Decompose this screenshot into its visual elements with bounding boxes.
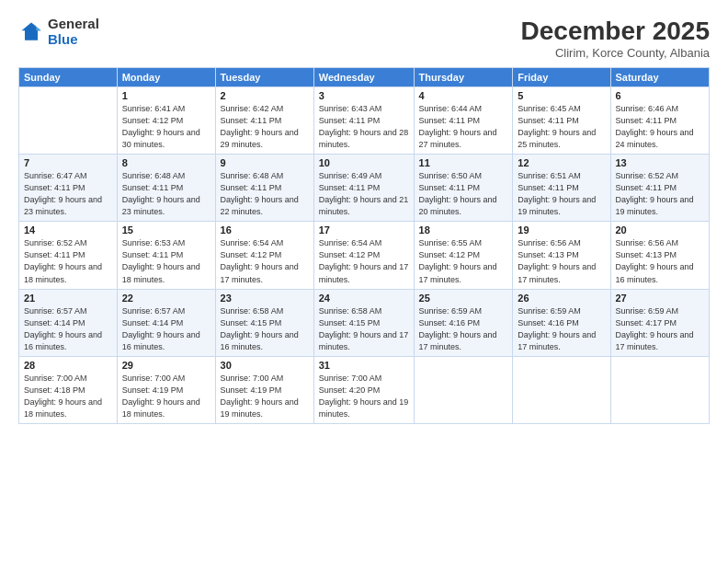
daylight-text: Daylight: 9 hours and 17 minutes.	[518, 261, 605, 285]
logo-general: General	[48, 17, 99, 32]
svg-marker-0	[22, 22, 41, 40]
table-row: 4Sunrise: 6:44 AMSunset: 4:11 PMDaylight…	[414, 87, 513, 155]
table-row: 27Sunrise: 6:59 AMSunset: 4:17 PMDayligh…	[610, 289, 710, 356]
day-number: 8	[122, 157, 210, 168]
table-row: 25Sunrise: 6:59 AMSunset: 4:16 PMDayligh…	[414, 289, 513, 356]
day-number: 2	[221, 90, 309, 101]
sunset-text: Sunset: 4:11 PM	[24, 182, 112, 194]
table-row: 15Sunrise: 6:53 AMSunset: 4:11 PMDayligh…	[117, 222, 215, 289]
daylight-text: Daylight: 9 hours and 19 minutes.	[616, 194, 705, 218]
table-row: 23Sunrise: 6:58 AMSunset: 4:15 PMDayligh…	[215, 289, 313, 356]
sunrise-text: Sunrise: 6:57 AM	[24, 305, 112, 317]
sunrise-text: Sunrise: 6:56 AM	[616, 237, 705, 249]
table-row: 6Sunrise: 6:46 AMSunset: 4:11 PMDaylight…	[610, 87, 710, 155]
table-row: 8Sunrise: 6:48 AMSunset: 4:11 PMDaylight…	[117, 155, 215, 222]
day-number: 18	[419, 224, 508, 236]
daylight-text: Daylight: 9 hours and 17 minutes.	[419, 261, 508, 285]
table-row: 28Sunrise: 7:00 AMSunset: 4:18 PMDayligh…	[19, 356, 118, 423]
daylight-text: Daylight: 9 hours and 28 minutes.	[319, 127, 409, 151]
sunset-text: Sunset: 4:13 PM	[616, 249, 705, 261]
day-number: 14	[24, 224, 112, 236]
table-row: 9Sunrise: 6:48 AMSunset: 4:11 PMDaylight…	[215, 155, 313, 222]
sunset-text: Sunset: 4:11 PM	[616, 115, 705, 127]
sunset-text: Sunset: 4:13 PM	[518, 249, 605, 261]
day-number: 16	[221, 224, 309, 236]
logo-icon	[18, 19, 44, 45]
day-number: 15	[122, 224, 210, 236]
daylight-text: Daylight: 9 hours and 18 minutes.	[122, 261, 210, 285]
day-detail: Sunrise: 6:51 AMSunset: 4:11 PMDaylight:…	[518, 170, 605, 218]
day-number: 27	[616, 293, 705, 304]
table-row: 7Sunrise: 6:47 AMSunset: 4:11 PMDaylight…	[19, 155, 118, 222]
day-detail: Sunrise: 6:50 AMSunset: 4:11 PMDaylight:…	[419, 170, 508, 218]
table-row: 30Sunrise: 7:00 AMSunset: 4:19 PMDayligh…	[215, 356, 313, 423]
sunset-text: Sunset: 4:11 PM	[122, 182, 210, 194]
day-number: 20	[616, 224, 705, 236]
day-detail: Sunrise: 6:42 AMSunset: 4:11 PMDaylight:…	[221, 103, 309, 151]
sunset-text: Sunset: 4:19 PM	[122, 385, 210, 396]
daylight-text: Daylight: 9 hours and 20 minutes.	[419, 194, 508, 218]
sunrise-text: Sunrise: 6:59 AM	[518, 305, 605, 317]
day-number: 4	[419, 90, 508, 101]
day-detail: Sunrise: 6:58 AMSunset: 4:15 PMDaylight:…	[319, 305, 409, 353]
daylight-text: Daylight: 9 hours and 18 minutes.	[122, 396, 210, 420]
daylight-text: Daylight: 9 hours and 19 minutes.	[319, 396, 409, 420]
table-row	[513, 356, 610, 423]
sunset-text: Sunset: 4:11 PM	[122, 249, 210, 261]
sunrise-text: Sunrise: 7:00 AM	[24, 373, 112, 385]
table-row: 17Sunrise: 6:54 AMSunset: 4:12 PMDayligh…	[313, 222, 414, 289]
col-thursday: Thursday	[414, 68, 513, 87]
day-detail: Sunrise: 6:57 AMSunset: 4:14 PMDaylight:…	[122, 305, 210, 353]
sunrise-text: Sunrise: 6:42 AM	[221, 103, 309, 115]
sunrise-text: Sunrise: 6:58 AM	[319, 305, 409, 317]
sunrise-text: Sunrise: 7:00 AM	[221, 373, 309, 385]
sunset-text: Sunset: 4:11 PM	[616, 182, 705, 194]
sunset-text: Sunset: 4:12 PM	[419, 249, 508, 261]
sunrise-text: Sunrise: 6:47 AM	[24, 170, 112, 182]
table-row: 22Sunrise: 6:57 AMSunset: 4:14 PMDayligh…	[117, 289, 215, 356]
daylight-text: Daylight: 9 hours and 17 minutes.	[419, 329, 508, 353]
table-row	[610, 356, 710, 423]
day-number: 7	[24, 157, 112, 168]
day-detail: Sunrise: 7:00 AMSunset: 4:19 PMDaylight:…	[122, 373, 210, 420]
day-detail: Sunrise: 6:41 AMSunset: 4:12 PMDaylight:…	[122, 103, 210, 151]
day-detail: Sunrise: 6:48 AMSunset: 4:11 PMDaylight:…	[122, 170, 210, 218]
daylight-text: Daylight: 9 hours and 16 minutes.	[616, 261, 705, 285]
sunrise-text: Sunrise: 6:43 AM	[319, 103, 409, 115]
calendar-table: Sunday Monday Tuesday Wednesday Thursday…	[18, 67, 710, 424]
sunset-text: Sunset: 4:11 PM	[24, 249, 112, 261]
sunset-text: Sunset: 4:12 PM	[122, 115, 210, 127]
day-number: 29	[122, 360, 210, 371]
daylight-text: Daylight: 9 hours and 17 minutes.	[319, 329, 409, 353]
day-detail: Sunrise: 6:58 AMSunset: 4:15 PMDaylight:…	[221, 305, 309, 353]
table-row: 31Sunrise: 7:00 AMSunset: 4:20 PMDayligh…	[313, 356, 414, 423]
month-title: December 2025	[521, 17, 710, 46]
sunrise-text: Sunrise: 6:58 AM	[221, 305, 309, 317]
daylight-text: Daylight: 9 hours and 18 minutes.	[24, 261, 112, 285]
calendar-week-3: 14Sunrise: 6:52 AMSunset: 4:11 PMDayligh…	[19, 222, 710, 289]
day-number: 11	[419, 157, 508, 168]
table-row: 11Sunrise: 6:50 AMSunset: 4:11 PMDayligh…	[414, 155, 513, 222]
location-subtitle: Clirim, Korce County, Albania	[521, 46, 710, 60]
header: General Blue December 2025 Clirim, Korce…	[18, 17, 710, 60]
day-number: 24	[319, 293, 409, 304]
sunset-text: Sunset: 4:12 PM	[221, 249, 309, 261]
table-row: 2Sunrise: 6:42 AMSunset: 4:11 PMDaylight…	[215, 87, 313, 155]
day-number: 31	[319, 360, 409, 371]
table-row: 12Sunrise: 6:51 AMSunset: 4:11 PMDayligh…	[513, 155, 610, 222]
daylight-text: Daylight: 9 hours and 17 minutes.	[221, 261, 309, 285]
day-number: 30	[221, 360, 309, 371]
sunset-text: Sunset: 4:15 PM	[221, 317, 309, 329]
daylight-text: Daylight: 9 hours and 21 minutes.	[319, 194, 409, 218]
sunrise-text: Sunrise: 6:48 AM	[122, 170, 210, 182]
sunrise-text: Sunrise: 6:54 AM	[319, 237, 409, 249]
daylight-text: Daylight: 9 hours and 23 minutes.	[122, 194, 210, 218]
sunrise-text: Sunrise: 6:44 AM	[419, 103, 508, 115]
table-row: 3Sunrise: 6:43 AMSunset: 4:11 PMDaylight…	[313, 87, 414, 155]
sunrise-text: Sunrise: 6:52 AM	[616, 170, 705, 182]
daylight-text: Daylight: 9 hours and 30 minutes.	[122, 127, 210, 151]
daylight-text: Daylight: 9 hours and 16 minutes.	[221, 329, 309, 353]
day-number: 12	[518, 157, 605, 168]
day-detail: Sunrise: 6:49 AMSunset: 4:11 PMDaylight:…	[319, 170, 409, 218]
sunrise-text: Sunrise: 7:00 AM	[319, 373, 409, 385]
